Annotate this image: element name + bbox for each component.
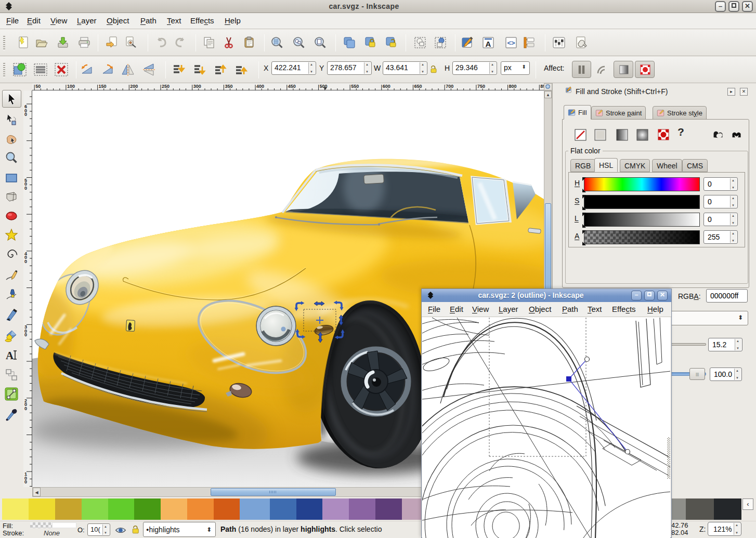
- svg-text:0: 0: [24, 186, 27, 191]
- svg-text:600: 600: [383, 84, 390, 89]
- svg-text:450: 450: [288, 84, 296, 89]
- svg-text:0: 0: [24, 479, 27, 484]
- svg-text:250: 250: [162, 84, 170, 89]
- svg-text:0: 0: [24, 406, 27, 411]
- svg-text:800: 800: [509, 84, 517, 89]
- svg-text:200: 200: [130, 84, 138, 89]
- svg-text:300: 300: [193, 84, 201, 89]
- svg-text:A: A: [486, 40, 491, 48]
- svg-text:700: 700: [446, 84, 453, 89]
- svg-text:0: 0: [24, 259, 27, 264]
- svg-text:A: A: [6, 349, 14, 362]
- svg-text:50: 50: [35, 84, 41, 89]
- svg-text:150: 150: [99, 84, 107, 89]
- svg-text:850: 850: [540, 84, 544, 89]
- svg-text:350: 350: [225, 84, 232, 89]
- svg-text:100: 100: [67, 84, 75, 89]
- svg-text:0: 0: [24, 112, 27, 117]
- svg-text:650: 650: [414, 84, 422, 89]
- svg-text:<>: <>: [507, 39, 515, 47]
- svg-text:550: 550: [351, 84, 359, 89]
- svg-text:0: 0: [24, 332, 27, 337]
- svg-text:750: 750: [477, 84, 485, 89]
- svg-text:400: 400: [256, 84, 264, 89]
